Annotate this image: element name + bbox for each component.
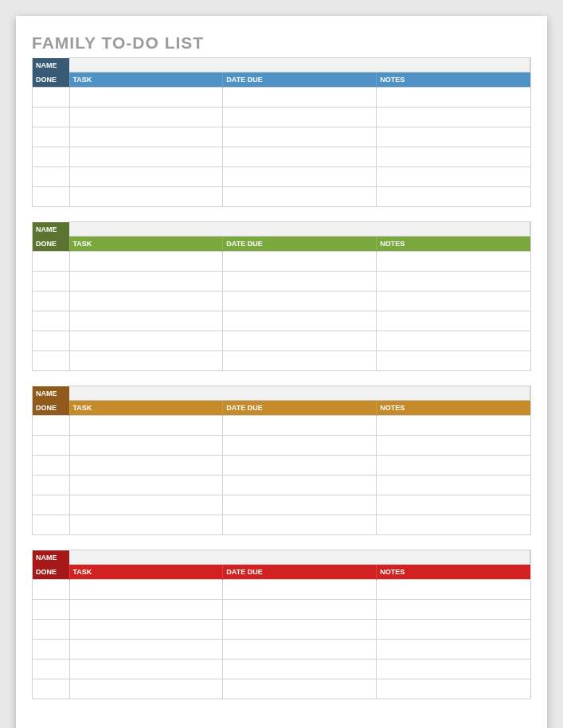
cell-notes[interactable] bbox=[377, 187, 530, 207]
cell-notes[interactable] bbox=[377, 679, 530, 699]
cell-done[interactable] bbox=[33, 108, 69, 127]
cell-task[interactable] bbox=[69, 640, 223, 660]
cell-done[interactable] bbox=[33, 476, 69, 495]
cell-done[interactable] bbox=[33, 292, 69, 311]
cell-done[interactable] bbox=[33, 416, 69, 436]
cell-done[interactable] bbox=[33, 456, 69, 476]
cell-task[interactable] bbox=[69, 600, 223, 620]
cell-task[interactable] bbox=[69, 187, 223, 207]
cell-task[interactable] bbox=[69, 147, 223, 167]
cell-date-due[interactable] bbox=[223, 600, 377, 620]
cell-done[interactable] bbox=[33, 620, 69, 640]
cell-date-due[interactable] bbox=[223, 660, 377, 679]
cell-date-due[interactable] bbox=[223, 416, 377, 436]
cell-date-due[interactable] bbox=[223, 88, 377, 108]
cell-date-due[interactable] bbox=[223, 187, 377, 207]
cell-done[interactable] bbox=[33, 436, 69, 456]
cell-done[interactable] bbox=[33, 351, 69, 371]
cell-done[interactable] bbox=[33, 147, 69, 167]
cell-date-due[interactable] bbox=[223, 495, 377, 515]
name-field[interactable] bbox=[69, 550, 530, 565]
cell-date-due[interactable] bbox=[223, 351, 377, 371]
name-field[interactable] bbox=[69, 386, 530, 401]
cell-date-due[interactable] bbox=[223, 679, 377, 699]
cell-task[interactable] bbox=[69, 436, 223, 456]
cell-task[interactable] bbox=[69, 88, 223, 108]
cell-notes[interactable] bbox=[377, 88, 530, 108]
name-field[interactable] bbox=[69, 58, 530, 72]
cell-notes[interactable] bbox=[377, 456, 530, 476]
cell-date-due[interactable] bbox=[223, 292, 377, 311]
cell-date-due[interactable] bbox=[223, 108, 377, 127]
cell-notes[interactable] bbox=[377, 292, 530, 311]
cell-date-due[interactable] bbox=[223, 515, 377, 535]
cell-done[interactable] bbox=[33, 515, 69, 535]
cell-task[interactable] bbox=[69, 108, 223, 127]
cell-notes[interactable] bbox=[377, 640, 530, 660]
cell-done[interactable] bbox=[33, 311, 69, 331]
cell-date-due[interactable] bbox=[223, 476, 377, 495]
cell-task[interactable] bbox=[69, 660, 223, 679]
cell-done[interactable] bbox=[33, 495, 69, 515]
cell-task[interactable] bbox=[69, 167, 223, 187]
cell-notes[interactable] bbox=[377, 580, 530, 600]
cell-notes[interactable] bbox=[377, 147, 530, 167]
cell-notes[interactable] bbox=[377, 416, 530, 436]
cell-date-due[interactable] bbox=[223, 640, 377, 660]
cell-task[interactable] bbox=[69, 252, 223, 272]
cell-done[interactable] bbox=[33, 88, 69, 108]
cell-notes[interactable] bbox=[377, 108, 530, 127]
cell-notes[interactable] bbox=[377, 127, 530, 147]
cell-date-due[interactable] bbox=[223, 167, 377, 187]
cell-done[interactable] bbox=[33, 640, 69, 660]
cell-done[interactable] bbox=[33, 167, 69, 187]
cell-notes[interactable] bbox=[377, 600, 530, 620]
cell-done[interactable] bbox=[33, 252, 69, 272]
cell-done[interactable] bbox=[33, 272, 69, 292]
cell-notes[interactable] bbox=[377, 252, 530, 272]
name-field[interactable] bbox=[69, 222, 530, 237]
cell-done[interactable] bbox=[33, 679, 69, 699]
cell-notes[interactable] bbox=[377, 495, 530, 515]
cell-task[interactable] bbox=[69, 311, 223, 331]
cell-date-due[interactable] bbox=[223, 147, 377, 167]
cell-notes[interactable] bbox=[377, 436, 530, 456]
cell-done[interactable] bbox=[33, 331, 69, 351]
cell-task[interactable] bbox=[69, 416, 223, 436]
cell-task[interactable] bbox=[69, 476, 223, 495]
cell-done[interactable] bbox=[33, 600, 69, 620]
cell-task[interactable] bbox=[69, 580, 223, 600]
cell-task[interactable] bbox=[69, 456, 223, 476]
cell-task[interactable] bbox=[69, 331, 223, 351]
cell-task[interactable] bbox=[69, 679, 223, 699]
cell-date-due[interactable] bbox=[223, 272, 377, 292]
cell-date-due[interactable] bbox=[223, 252, 377, 272]
cell-date-due[interactable] bbox=[223, 311, 377, 331]
cell-date-due[interactable] bbox=[223, 620, 377, 640]
cell-done[interactable] bbox=[33, 127, 69, 147]
cell-notes[interactable] bbox=[377, 620, 530, 640]
cell-date-due[interactable] bbox=[223, 127, 377, 147]
cell-notes[interactable] bbox=[377, 515, 530, 535]
cell-notes[interactable] bbox=[377, 351, 530, 371]
cell-notes[interactable] bbox=[377, 167, 530, 187]
cell-notes[interactable] bbox=[377, 331, 530, 351]
cell-notes[interactable] bbox=[377, 272, 530, 292]
cell-date-due[interactable] bbox=[223, 436, 377, 456]
cell-date-due[interactable] bbox=[223, 580, 377, 600]
cell-date-due[interactable] bbox=[223, 331, 377, 351]
cell-task[interactable] bbox=[69, 495, 223, 515]
cell-task[interactable] bbox=[69, 351, 223, 371]
cell-date-due[interactable] bbox=[223, 456, 377, 476]
cell-task[interactable] bbox=[69, 620, 223, 640]
cell-done[interactable] bbox=[33, 187, 69, 207]
cell-notes[interactable] bbox=[377, 476, 530, 495]
cell-task[interactable] bbox=[69, 515, 223, 535]
cell-task[interactable] bbox=[69, 127, 223, 147]
cell-done[interactable] bbox=[33, 580, 69, 600]
cell-notes[interactable] bbox=[377, 311, 530, 331]
cell-notes[interactable] bbox=[377, 660, 530, 679]
cell-done[interactable] bbox=[33, 660, 69, 679]
cell-task[interactable] bbox=[69, 272, 223, 292]
cell-task[interactable] bbox=[69, 292, 223, 311]
